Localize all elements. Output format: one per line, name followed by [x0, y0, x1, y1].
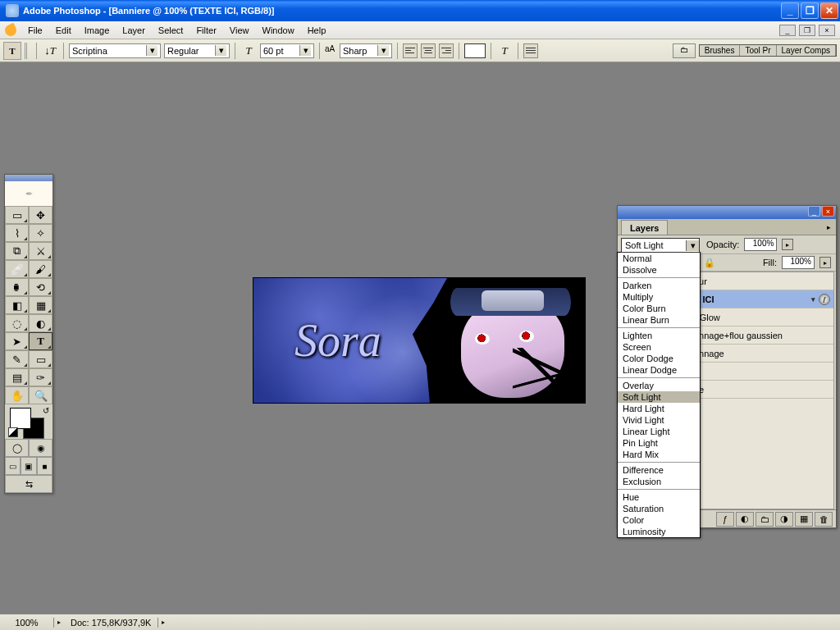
move-tool[interactable]: ✥ — [29, 206, 52, 224]
healing-brush-tool[interactable]: 🩹 — [5, 260, 29, 278]
chevron-down-icon[interactable]: ▾ — [377, 45, 389, 56]
history-brush-tool[interactable]: ⟲ — [29, 278, 52, 296]
text-color-swatch[interactable] — [464, 43, 486, 58]
blend-option-overlay[interactable]: Overlay — [618, 380, 700, 391]
blend-option-linear-light[interactable]: Linear Light — [618, 426, 700, 437]
quick-mask-button[interactable]: ◉ — [29, 439, 52, 457]
menu-filter[interactable]: Filter — [189, 23, 222, 38]
tool-preset-picker[interactable]: T — [3, 42, 21, 60]
opacity-input[interactable]: 100% — [744, 238, 777, 251]
blend-option-soft-light[interactable]: Soft Light — [618, 391, 700, 403]
blend-option-color-dodge[interactable]: Color Dodge — [618, 353, 700, 364]
blend-option-hard-mix[interactable]: Hard Mix — [618, 449, 700, 460]
menu-view[interactable]: View — [223, 23, 256, 38]
blend-option-screen[interactable]: Screen — [618, 341, 700, 353]
pen-tool[interactable]: ✎ — [5, 350, 29, 368]
brush-tool[interactable]: 🖌 — [29, 260, 52, 278]
font-size-input[interactable] — [263, 46, 296, 56]
lasso-tool[interactable]: ⌇ — [5, 224, 29, 242]
crop-tool[interactable]: ⧉ — [5, 242, 29, 260]
window-minimize-button[interactable]: _ — [781, 2, 799, 19]
shape-tool[interactable]: ▭ — [29, 350, 52, 368]
gradient-tool[interactable]: ▦ — [29, 296, 52, 314]
foreground-color-swatch[interactable] — [10, 408, 31, 429]
toolbox-titlebar[interactable] — [5, 175, 52, 181]
blur-tool[interactable]: ◌ — [5, 314, 29, 332]
anti-alias-input[interactable] — [343, 46, 374, 56]
blend-option-linear-dodge[interactable]: Linear Dodge — [618, 364, 700, 376]
status-flyout-icon[interactable]: ▸ — [54, 619, 64, 626]
font-style-input[interactable] — [167, 46, 212, 56]
screen-mode-full[interactable]: ■ — [37, 457, 52, 475]
standard-mode-button[interactable]: ◯ — [5, 439, 29, 457]
chevron-down-icon[interactable]: ▾ — [686, 240, 699, 251]
font-family-select[interactable]: ▾ — [69, 43, 161, 58]
opacity-flyout-button[interactable]: ▸ — [782, 239, 793, 250]
marquee-tool[interactable]: ▭ — [5, 206, 29, 224]
chevron-down-icon[interactable]: ▾ — [215, 45, 226, 56]
path-selection-tool[interactable]: ➤ — [5, 332, 29, 350]
menu-image[interactable]: Image — [78, 23, 116, 38]
menu-select[interactable]: Select — [152, 23, 190, 38]
dodge-tool[interactable]: ◐ — [29, 314, 52, 332]
window-maximize-button[interactable]: ❐ — [801, 2, 819, 19]
document-canvas[interactable]: Sora — [253, 277, 586, 404]
delete-layer-button[interactable]: 🗑 — [815, 512, 833, 527]
font-size-select[interactable]: ▾ — [260, 43, 314, 58]
swap-colors-button[interactable]: ↺ — [43, 406, 49, 415]
blend-mode-dropdown[interactable]: NormalDissolveDarkenMultiplyColor BurnLi… — [617, 252, 701, 538]
blend-option-saturation[interactable]: Saturation — [618, 503, 700, 514]
blend-option-darken[interactable]: Darken — [618, 280, 700, 291]
align-right-button[interactable] — [439, 43, 454, 58]
align-center-button[interactable] — [421, 43, 436, 58]
fill-input[interactable]: 100% — [782, 256, 815, 269]
blend-option-hard-light[interactable]: Hard Light — [618, 403, 700, 414]
layer-mask-button[interactable]: ◐ — [736, 512, 754, 527]
align-left-button[interactable] — [403, 43, 418, 58]
menu-edit[interactable]: Edit — [49, 23, 78, 38]
blend-option-normal[interactable]: Normal — [618, 253, 700, 264]
hand-tool[interactable]: ✋ — [5, 386, 29, 404]
layer-effects-indicator[interactable]: ▾ ƒ — [811, 294, 830, 305]
blend-option-pin-light[interactable]: Pin Light — [618, 437, 700, 449]
panel-close-button[interactable]: × — [822, 206, 834, 217]
palettes-toggle-button[interactable] — [523, 43, 538, 58]
fill-flyout-button[interactable]: ▸ — [819, 257, 831, 268]
palette-tab-tool-presets[interactable]: Tool Pr — [740, 45, 776, 56]
font-style-select[interactable]: ▾ — [164, 43, 230, 58]
screen-mode-full-menubar[interactable]: ▣ — [21, 457, 36, 475]
panel-menu-button[interactable]: ▸ — [827, 223, 836, 231]
chevron-down-icon[interactable]: ▾ — [299, 45, 311, 56]
adjustment-layer-button[interactable]: ◑ — [775, 512, 793, 527]
notes-tool[interactable]: ▤ — [5, 368, 29, 386]
eraser-tool[interactable]: ◧ — [5, 296, 29, 314]
default-colors-button[interactable] — [8, 427, 18, 437]
new-layer-button[interactable]: ▦ — [795, 512, 813, 527]
magic-wand-tool[interactable]: ✧ — [29, 224, 52, 242]
palette-tab-brushes[interactable]: Brushes — [700, 45, 741, 56]
chevron-down-icon[interactable]: ▾ — [146, 45, 158, 56]
blend-mode-select[interactable]: Soft Light ▾ — [621, 238, 700, 253]
blend-option-color[interactable]: Color — [618, 514, 700, 526]
blend-option-hue[interactable]: Hue — [618, 491, 700, 503]
blend-option-luminosity[interactable]: Luminosity — [618, 526, 700, 537]
toolbox[interactable]: ✒ ▭ ✥ ⌇ ✧ ⧉ ⚔ 🩹 🖌 ⧯ ⟲ ◧ ▦ ◌ ◐ ➤ T ✎ ▭ ▤ … — [4, 174, 53, 494]
menu-layer[interactable]: Layer — [116, 23, 152, 38]
blend-option-multiply[interactable]: Multiply — [618, 291, 700, 303]
blend-option-exclusion[interactable]: Exclusion — [618, 476, 700, 487]
menu-window[interactable]: Window — [256, 23, 301, 38]
clone-stamp-tool[interactable]: ⧯ — [5, 278, 29, 296]
anti-alias-select[interactable]: ▾ — [340, 43, 392, 58]
eyedropper-tool[interactable]: ✑ — [29, 368, 52, 386]
jump-to-imageready-button[interactable]: ⇆ — [5, 475, 52, 493]
doc-minimize-button[interactable]: _ — [779, 25, 796, 36]
blend-option-vivid-light[interactable]: Vivid Light — [618, 414, 700, 426]
slice-tool[interactable]: ⚔ — [29, 242, 52, 260]
menu-help[interactable]: Help — [301, 23, 333, 38]
lock-all-button[interactable]: 🔒 — [703, 256, 716, 269]
blend-option-color-burn[interactable]: Color Burn — [618, 303, 700, 314]
blend-option-dissolve[interactable]: Dissolve — [618, 264, 700, 276]
file-browser-button[interactable]: 🗀 — [673, 43, 696, 58]
new-set-button[interactable]: 🗀 — [756, 512, 774, 527]
options-gripper[interactable] — [25, 43, 31, 59]
